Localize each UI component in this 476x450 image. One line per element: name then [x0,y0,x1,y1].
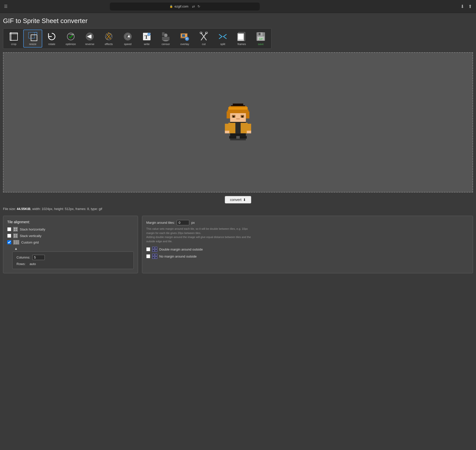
speed-icon [123,32,133,42]
svg-text:GIF: GIF [259,38,263,40]
columns-input[interactable] [32,255,45,260]
stack-h-row: Stack horizontally [7,227,134,232]
tool-rotate[interactable]: rotate [42,30,61,48]
tool-frames[interactable]: frames [232,30,251,48]
refresh-icon[interactable]: ↻ [198,5,200,8]
effects-icon [104,32,114,42]
no-margin-icon [152,254,157,259]
svg-rect-38 [258,33,260,35]
write-icon: T+ [142,32,152,42]
optimize-label: optimize [66,43,76,46]
effects-label: effects [105,43,113,46]
svg-rect-54 [236,118,240,119]
file-info-rest: , width: 1024px, height: 512px, frames: … [30,207,102,211]
stack-v-icon [13,234,18,238]
split-label: split [220,43,225,46]
convert-label: convert [230,198,242,202]
svg-rect-48 [246,111,250,118]
share-icon[interactable]: ⬆ [468,4,472,9]
custom-grid-checkbox[interactable] [7,240,11,244]
svg-rect-52 [233,116,234,118]
svg-point-3 [67,33,74,40]
double-margin-row: Double margin around outside [146,247,469,252]
svg-rect-23 [182,34,185,37]
lock-icon: 🔒 [170,5,173,8]
stack-h-checkbox[interactable] [7,227,11,231]
svg-text:+: + [148,33,150,36]
collapse-arrow[interactable]: ▲ [7,247,134,251]
tool-speed[interactable]: speed [118,30,137,48]
tool-crop[interactable]: crop [4,30,23,48]
svg-rect-1 [28,32,34,38]
margin-unit: px [191,221,195,224]
svg-rect-47 [227,111,230,118]
browser-chrome: ☰ 🔒 ezgif.com ⇄ ↻ ⬇ ⬆ [0,0,476,13]
custom-grid-icon [13,240,19,245]
preview-area [3,52,473,192]
convert-button[interactable]: convert ⬇ [225,196,251,203]
overlay-icon: + [180,32,190,42]
svg-rect-63 [229,136,236,139]
file-size-value: 44.55KiB [17,207,30,211]
options-panels: Tile alignment: Stack horizontally Stack… [3,216,473,273]
toolbar: crop resize rotate optimize reverse [3,28,272,49]
tool-reverse[interactable]: reverse [80,30,99,48]
svg-rect-20 [162,37,170,40]
crop-label: crop [11,43,16,46]
svg-rect-60 [225,131,230,133]
svg-rect-64 [240,136,247,139]
svg-rect-62 [230,133,246,136]
stack-v-checkbox[interactable] [7,234,11,238]
stack-h-icon [13,227,18,232]
grid-options-subpanel: Columns: Rows: auto [12,252,134,269]
columns-label: Columns: [16,256,30,259]
tool-write[interactable]: T+ write [137,30,156,48]
rotate-label: rotate [48,43,55,46]
tool-optimize[interactable]: optimize [61,30,80,48]
download-icon[interactable]: ⬇ [460,4,464,9]
double-margin-icon [152,247,157,252]
tile-alignment-panel: Tile alignment: Stack horizontally Stack… [3,216,138,273]
tool-censor[interactable]: censor [156,30,175,48]
tool-save[interactable]: GIF save [251,30,270,48]
save-label: save [258,43,264,46]
svg-text:+: + [186,37,188,41]
svg-rect-59 [247,124,251,132]
address-bar[interactable]: 🔒 ezgif.com ⇄ ↻ [110,3,260,11]
svg-rect-53 [242,116,243,118]
write-label: write [144,43,150,46]
tool-split[interactable]: split [213,30,232,48]
margin-panel: Margin around tiles: px This value sets … [142,216,473,273]
crop-icon [9,32,19,42]
svg-point-9 [108,33,109,34]
speed-label: speed [124,43,132,46]
rows-row: Rows: auto [16,262,130,266]
double-margin-checkbox[interactable] [146,247,150,251]
tool-effects[interactable]: effects [99,30,118,48]
custom-grid-label[interactable]: Custom grid [21,241,39,244]
margin-input[interactable] [177,220,189,225]
file-size-prefix: File size: [3,207,17,211]
margin-title-row: Margin around tiles: px [146,220,469,225]
convert-section: convert ⬇ [3,196,473,203]
stack-h-label[interactable]: Stack horizontally [20,228,45,231]
svg-rect-55 [230,122,246,123]
rows-label: Rows: [16,262,26,266]
tool-cut[interactable]: cut [194,30,213,48]
stack-v-label[interactable]: Stack vertically [20,234,42,238]
tool-resize[interactable]: resize [23,30,42,48]
convert-icon: ⬇ [243,198,246,202]
censor-icon [161,32,171,42]
margin-hint: This value sets margin around each tile,… [146,227,469,243]
frames-icon [237,32,247,42]
sprite-preview [220,102,256,142]
tool-overlay[interactable]: + overlay [175,30,194,48]
translate-icon: ⇄ [192,5,195,9]
cut-icon [199,32,209,42]
no-margin-label[interactable]: No margin around outside [159,255,197,258]
no-margin-checkbox[interactable] [146,254,150,258]
double-margin-label[interactable]: Double margin around outside [159,248,203,251]
frames-label: frames [238,43,246,46]
reverse-label: reverse [85,43,94,46]
svg-rect-33 [238,34,244,39]
